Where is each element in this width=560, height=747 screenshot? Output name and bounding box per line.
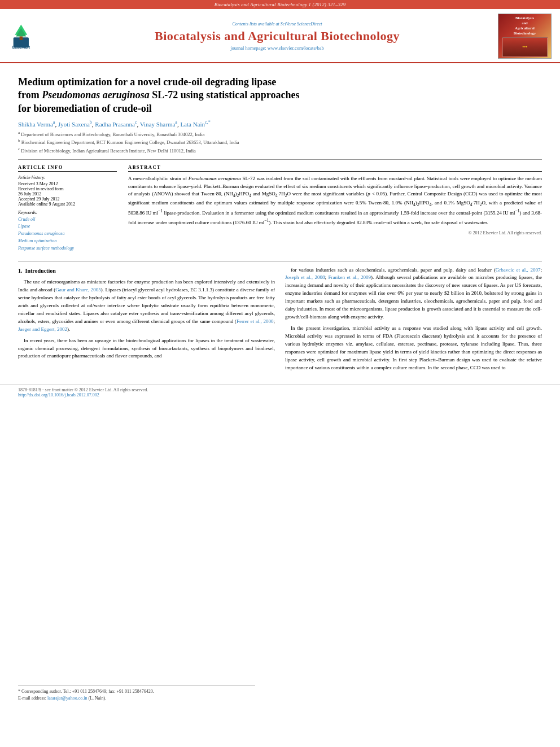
keywords-list: Crude oil Lipase Pseudomonas aeruginosa …	[18, 216, 117, 252]
ref-jaeger[interactable]: Jaeger and Eggert, 2002	[18, 326, 67, 332]
footnote-email: E-mail address: latarajat@yahoo.co.in (L…	[18, 695, 255, 702]
abstract-header: ABSTRACT	[128, 164, 542, 172]
ref-ferrer[interactable]: Ferrer et al., 2000	[237, 318, 274, 324]
journal-cover-image: BiocatalysisandAgriculturalBiotechnology…	[498, 14, 552, 59]
article-info-header: ARTICLE INFO	[18, 164, 117, 172]
journal-header: ELSEVIER Contents lists available at Sci…	[0, 9, 560, 63]
author-lata: Lata Nain	[180, 121, 205, 128]
keywords-label: Keywords:	[18, 210, 117, 215]
ref-franken[interactable]: Franken et al., 2009	[329, 274, 371, 280]
received-revised-label: Received in revised form	[18, 186, 117, 191]
affiliations: a Department of Biosciences and Biotechn…	[18, 130, 542, 155]
author-radha: Radha Prasanna	[95, 121, 135, 128]
affiliation-a: a Department of Biosciences and Biotechn…	[18, 130, 542, 138]
revised-date: 26 July 2012	[18, 191, 117, 196]
article-title: Medium optimization for a novel crude-oi…	[18, 76, 542, 115]
right-para-1: for various industries such as oleochemi…	[285, 267, 542, 322]
intro-para-2: In recent years, there has been an upsur…	[18, 337, 275, 361]
main-content: Medium optimization for a novel crude-oi…	[0, 63, 560, 381]
sciverse-line: Contents lists available at SciVerse Sci…	[62, 21, 492, 27]
author-vinay: Vinay Sharma	[140, 121, 176, 128]
bottom-bar: 1878-8181/$ - see front matter © 2012 El…	[0, 385, 560, 400]
journal-cover-area: BiocatalysisandAgriculturalBiotechnology…	[498, 14, 554, 59]
abstract-column: ABSTRACT A meso-alkaliphilic strain of P…	[128, 164, 542, 256]
article-info-column: ARTICLE INFO Article history: Received 3…	[18, 164, 117, 256]
history-label: Article history:	[18, 175, 117, 180]
journal-citation-text: Biocatalysis and Agricultural Biotechnol…	[215, 2, 346, 7]
ref-joseph[interactable]: Joseph et al., 2008	[285, 274, 325, 280]
author-jyoti: Jyoti Saxena	[58, 121, 90, 128]
body-left-col: 1. Introduction The use of microorganism…	[18, 267, 275, 375]
email-link[interactable]: latarajat@yahoo.co.in	[47, 696, 87, 701]
ref-grbavcic[interactable]: Grbavcic et al., 2007	[496, 267, 541, 273]
keyword-5[interactable]: Response surface methodology	[18, 245, 117, 252]
author-shikha: Shikha Verma	[18, 121, 53, 128]
doi-line[interactable]: http://dx.doi.org/10.1016/j.bcab.2012.07…	[18, 392, 542, 397]
keyword-4[interactable]: Medium optimization	[18, 238, 117, 245]
journal-homepage: journal homepage: www.elsevier.com/locat…	[62, 45, 492, 51]
article-history: Article history: Received 3 May 2012 Rec…	[18, 175, 117, 207]
info-abstract-section: ARTICLE INFO Article history: Received 3…	[18, 164, 542, 256]
intro-para-1: The use of microorganisms as miniature f…	[18, 278, 275, 334]
abstract-text: A meso-alkaliphilic strain of Pseudomona…	[128, 175, 542, 228]
svg-text:ELSEVIER: ELSEVIER	[12, 45, 30, 49]
footnote-corresponding: * Corresponding author. Tel.: +91 011 25…	[18, 688, 255, 695]
keywords-group: Keywords: Crude oil Lipase Pseudomonas a…	[18, 210, 117, 252]
accepted-date: Accepted 29 July 2012	[18, 196, 117, 202]
journal-title: Biocatalysis and Agricultural Biotechnol…	[62, 29, 492, 43]
issn-line: 1878-8181/$ - see front matter © 2012 El…	[18, 387, 542, 392]
right-para-2: In the present investigation, microbial …	[285, 325, 542, 372]
journal-citation-bar: Biocatalysis and Agricultural Biotechnol…	[0, 0, 560, 9]
body-divider	[18, 261, 542, 262]
body-right-col: for various industries such as oleochemi…	[285, 267, 542, 375]
keyword-1[interactable]: Crude oil	[18, 216, 117, 224]
keyword-3[interactable]: Pseudomonas aeruginosa	[18, 230, 117, 238]
journal-title-area: Contents lists available at SciVerse Sci…	[56, 21, 498, 51]
affiliation-b: b Biochemical Engineering Department, BC…	[18, 138, 542, 146]
page: Biocatalysis and Agricultural Biotechnol…	[0, 0, 560, 747]
cover-image-text: BiocatalysisandAgriculturalBiotechnology…	[502, 15, 548, 57]
body-section: 1. Introduction The use of microorganism…	[18, 267, 542, 375]
homepage-link[interactable]: www.elsevier.com/locate/bab	[268, 45, 324, 51]
svg-rect-3	[19, 36, 22, 40]
header-divider	[18, 159, 542, 160]
ref-gaur[interactable]: Gaur and Khare, 2005	[55, 287, 101, 292]
affiliation-c: c Division of Microbiology, Indian Agric…	[18, 146, 542, 155]
footnote-area: * Corresponding author. Tel.: +91 011 25…	[18, 685, 255, 702]
keyword-2[interactable]: Lipase	[18, 223, 117, 230]
received-date: Received 3 May 2012	[18, 181, 117, 186]
intro-section-title: 1. Introduction	[18, 267, 275, 276]
copyright-line: © 2012 Elsevier Ltd. All rights reserved…	[128, 230, 542, 235]
elsevier-logo-icon: ELSEVIER	[10, 22, 53, 50]
sciverse-link[interactable]: SciVerse ScienceDirect	[281, 21, 322, 27]
elsevier-logo-area: ELSEVIER	[6, 22, 56, 50]
authors-line: Shikha Vermaa, Jyoti Saxenab, Radha Pras…	[18, 120, 542, 128]
available-date: Available online 9 August 2012	[18, 202, 117, 207]
